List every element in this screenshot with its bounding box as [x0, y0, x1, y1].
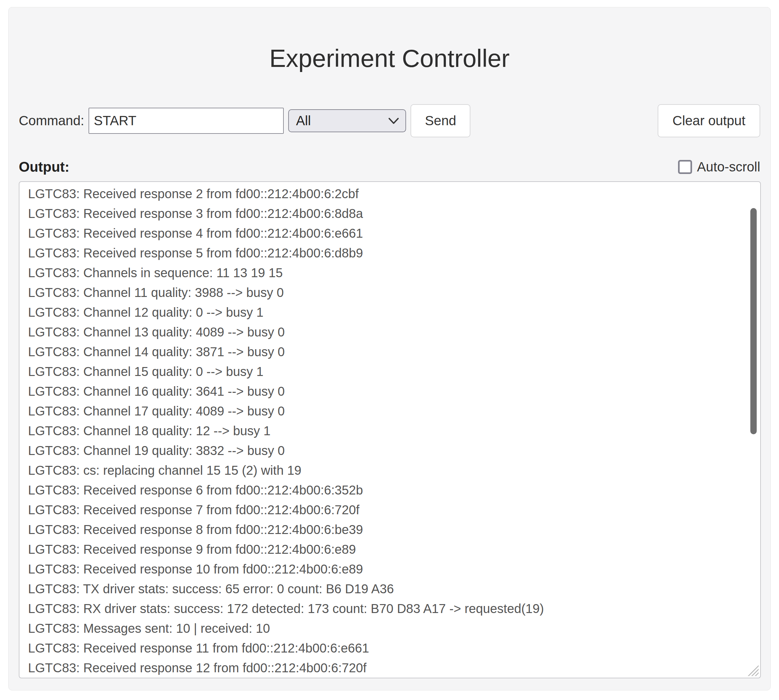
page-title: Experiment Controller	[19, 45, 760, 72]
target-select-wrap: All	[288, 109, 406, 132]
output-console[interactable]: LGTC83: Received response 2 from fd00::2…	[19, 181, 761, 678]
command-input[interactable]	[88, 108, 284, 134]
command-label: Command:	[19, 113, 84, 128]
clear-output-button[interactable]: Clear output	[657, 104, 760, 137]
send-button[interactable]: Send	[411, 104, 470, 137]
target-select[interactable]: All	[288, 109, 406, 132]
autoscroll-label[interactable]: Auto-scroll	[697, 159, 760, 175]
command-row: Command: All Send Clear output	[19, 103, 760, 138]
output-header-row: Output: Auto-scroll	[19, 158, 760, 176]
autoscroll-control: Auto-scroll	[678, 159, 760, 175]
autoscroll-checkbox[interactable]	[678, 160, 692, 174]
experiment-controller-panel: Experiment Controller Command: All Send …	[8, 7, 771, 690]
output-console-wrap: LGTC83: Received response 2 from fd00::2…	[19, 181, 760, 678]
output-label: Output:	[19, 159, 70, 175]
scrollbar-thumb[interactable]	[750, 208, 757, 434]
